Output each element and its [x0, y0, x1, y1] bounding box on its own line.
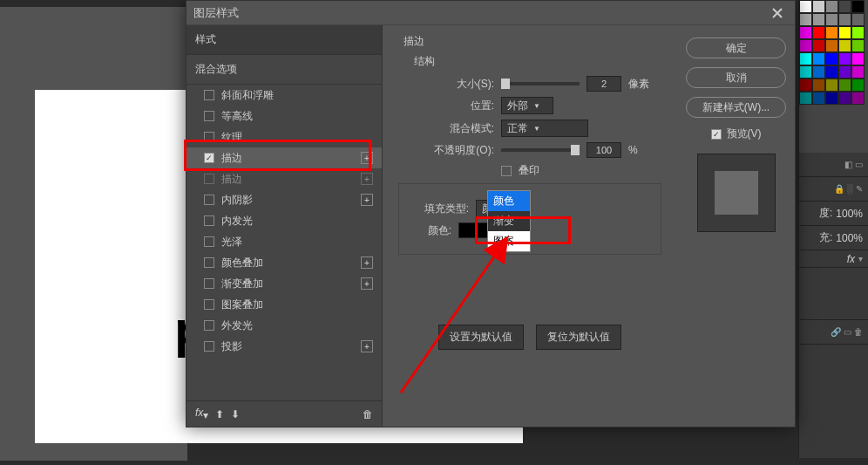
effect-item-8[interactable]: 颜色叠加+ [186, 252, 382, 273]
add-effect-icon[interactable]: + [361, 152, 373, 164]
effect-item-3[interactable]: ✓描边+ [186, 147, 382, 168]
side-row[interactable]: 🔗 ▭ 🗑 [799, 320, 868, 345]
effect-checkbox[interactable]: ✓ [204, 153, 214, 163]
effect-checkbox[interactable] [204, 320, 214, 331]
swatch[interactable] [851, 0, 865, 13]
effect-checkbox[interactable] [204, 132, 214, 142]
effect-checkbox[interactable] [204, 195, 214, 205]
size-input[interactable] [587, 76, 621, 92]
swatch[interactable] [838, 26, 851, 39]
swatch[interactable] [812, 92, 825, 105]
fx-menu[interactable]: fx▾ [195, 407, 208, 421]
swatch[interactable] [838, 79, 851, 92]
swatch[interactable] [838, 65, 851, 79]
swatch[interactable] [838, 52, 851, 65]
swatch[interactable] [825, 92, 838, 105]
swatch[interactable] [812, 79, 825, 92]
swatch[interactable] [838, 13, 851, 26]
effect-checkbox[interactable] [204, 278, 214, 289]
swatch[interactable] [851, 92, 865, 105]
effect-checkbox[interactable] [204, 236, 214, 247]
swatch[interactable] [838, 39, 851, 52]
trash-icon[interactable]: 🗑 [363, 408, 373, 421]
close-button[interactable] [767, 3, 788, 24]
effect-label: 内发光 [221, 214, 373, 229]
add-effect-icon[interactable]: + [361, 173, 373, 185]
swatch[interactable] [799, 39, 812, 52]
swatch[interactable] [812, 52, 825, 65]
effect-item-2[interactable]: 纹理 [186, 127, 382, 147]
swatch[interactable] [825, 0, 838, 13]
effect-checkbox[interactable] [204, 111, 214, 121]
swatch[interactable] [812, 13, 825, 26]
effect-item-11[interactable]: 外发光 [186, 315, 382, 336]
reset-default-button[interactable]: 复位为默认值 [536, 325, 621, 350]
swatch[interactable] [799, 65, 812, 79]
preview-checkbox[interactable]: ✓ [711, 129, 722, 140]
ok-button[interactable]: 确定 [686, 38, 786, 58]
effect-checkbox[interactable] [204, 341, 214, 352]
effect-item-9[interactable]: 渐变叠加+ [186, 273, 382, 294]
effect-item-5[interactable]: 内阴影+ [186, 189, 382, 210]
set-default-button[interactable]: 设置为默认值 [438, 325, 524, 350]
opacity-input[interactable] [587, 142, 621, 158]
effect-checkbox[interactable] [204, 174, 214, 184]
swatch[interactable] [799, 79, 812, 92]
swatch[interactable] [851, 65, 865, 79]
side-row[interactable]: 🔒 ░ ✎ [799, 177, 868, 202]
swatch[interactable] [825, 26, 838, 39]
swatch[interactable] [799, 0, 812, 13]
swatch[interactable] [851, 13, 865, 26]
swatch[interactable] [851, 79, 865, 92]
swatch[interactable] [812, 26, 825, 39]
down-icon[interactable]: ⬇ [231, 408, 240, 421]
blend-options[interactable]: 混合选项 [186, 55, 382, 85]
effect-item-1[interactable]: 等高线 [186, 106, 382, 127]
swatch[interactable] [825, 52, 838, 65]
swatch[interactable] [825, 39, 838, 52]
swatch[interactable] [838, 0, 851, 13]
swatch[interactable] [825, 13, 838, 26]
overprint-checkbox[interactable] [501, 166, 512, 176]
swatch[interactable] [799, 52, 812, 65]
effect-item-6[interactable]: 内发光 [186, 210, 382, 231]
swatch[interactable] [825, 79, 838, 92]
effect-item-10[interactable]: 图案叠加 [186, 294, 382, 315]
fill-option-color[interactable]: 颜色 [488, 191, 530, 211]
add-effect-icon[interactable]: + [361, 194, 373, 206]
swatch[interactable] [812, 0, 825, 13]
overprint-row: 叠印 [398, 163, 661, 178]
fill-option-gradient[interactable]: 渐变 [488, 211, 530, 231]
swatch[interactable] [812, 39, 825, 52]
side-spacer [799, 268, 868, 320]
swatch[interactable] [851, 26, 865, 39]
add-effect-icon[interactable]: + [361, 256, 373, 269]
swatch[interactable] [851, 39, 865, 52]
swatch[interactable] [799, 26, 812, 39]
effect-checkbox[interactable] [204, 257, 214, 268]
swatch[interactable] [825, 65, 838, 79]
cancel-button[interactable]: 取消 [686, 67, 786, 88]
opacity-slider[interactable] [501, 148, 580, 152]
effect-item-0[interactable]: 斜面和浮雕 [186, 85, 382, 106]
swatch[interactable] [799, 92, 812, 105]
fill-option-pattern[interactable]: 图案 [488, 231, 530, 251]
effect-item-12[interactable]: 投影+ [186, 336, 382, 357]
add-effect-icon[interactable]: + [361, 277, 373, 290]
swatch[interactable] [851, 52, 865, 65]
effect-checkbox[interactable] [204, 299, 214, 310]
effect-item-7[interactable]: 光泽 [186, 231, 382, 252]
effect-checkbox[interactable] [204, 215, 214, 226]
swatch[interactable] [799, 13, 812, 26]
new-style-button[interactable]: 新建样式(W)... [686, 97, 786, 118]
swatch[interactable] [838, 92, 851, 105]
effect-checkbox[interactable] [204, 90, 214, 100]
up-icon[interactable]: ⬆ [215, 408, 224, 421]
styles-header[interactable]: 样式 [186, 25, 382, 55]
position-dropdown[interactable]: 外部▼ [501, 97, 553, 114]
effect-item-4[interactable]: 描边+ [186, 168, 382, 189]
blend-dropdown[interactable]: 正常▼ [501, 120, 588, 137]
size-slider[interactable] [501, 82, 580, 85]
add-effect-icon[interactable]: + [361, 340, 373, 352]
swatch[interactable] [812, 65, 825, 79]
